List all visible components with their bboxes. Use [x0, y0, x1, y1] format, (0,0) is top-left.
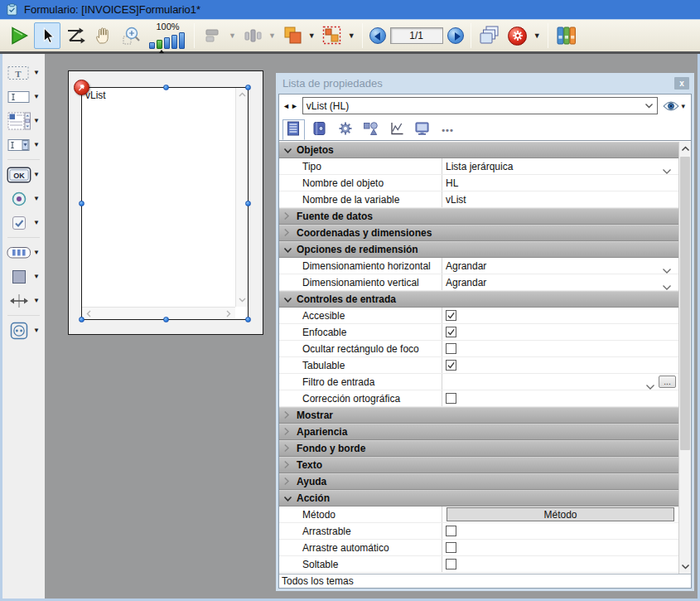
- scrollbar-thumb[interactable]: [680, 157, 690, 450]
- zoom-bars[interactable]: [149, 32, 186, 49]
- soltable-checkbox[interactable]: [446, 559, 456, 569]
- property-row-nombre-del-objeto[interactable]: Nombre del objetoHL: [279, 175, 678, 191]
- object-horizontal-scrollbar[interactable]: [82, 307, 235, 319]
- chevron-down-icon[interactable]: ▼: [33, 69, 40, 76]
- property-row-ocultar-rectangulo-de-foco[interactable]: Ocultar rectángulo de foco: [279, 341, 678, 357]
- arrastrable-checkbox[interactable]: [446, 526, 456, 536]
- chevron-down-icon[interactable]: [283, 143, 292, 158]
- accesible-checkbox[interactable]: [446, 310, 456, 321]
- combo-tool[interactable]: ▼: [2, 133, 45, 157]
- chevron-down-icon[interactable]: ▼: [33, 93, 40, 100]
- chevron-down-icon[interactable]: ▼: [33, 327, 40, 334]
- property-value-cell[interactable]: HL: [442, 175, 678, 191]
- zoom-bar-icon[interactable]: [149, 42, 155, 49]
- chevron-right-icon[interactable]: [283, 408, 292, 423]
- zoom-bar-icon[interactable]: [157, 40, 162, 49]
- pointer-tool-button[interactable]: [34, 22, 60, 49]
- chevron-right-icon[interactable]: [283, 209, 292, 224]
- selection-handle[interactable]: [245, 201, 251, 206]
- property-row-dimensionamiento-horizontal[interactable]: Dimensionamiento horizontalAgrandar: [279, 258, 678, 274]
- property-value-cell[interactable]: [442, 324, 678, 340]
- scroll-down-icon[interactable]: [681, 564, 690, 569]
- section-row-coordenadas-y-dimensiones[interactable]: Coordenadas y dimensiones: [279, 225, 678, 241]
- chevron-down-icon[interactable]: ▼: [308, 32, 316, 40]
- scroll-up-icon[interactable]: [681, 146, 690, 152]
- selection-handle[interactable]: [79, 317, 84, 322]
- entry-order-button[interactable]: [62, 22, 89, 49]
- property-value-cell[interactable]: [442, 556, 678, 572]
- hierarchical-list-object[interactable]: vList: [81, 87, 249, 320]
- next-page-button[interactable]: [447, 27, 464, 44]
- section-row-objetos[interactable]: Objetos: [279, 142, 678, 158]
- property-row-enfocable[interactable]: Enfocable: [279, 324, 678, 341]
- chevron-down-icon[interactable]: ▼: [268, 32, 276, 40]
- align-button[interactable]: [200, 22, 226, 49]
- chevron-down-icon[interactable]: ▼: [33, 141, 40, 148]
- property-value-cell[interactable]: Agrandar: [442, 258, 678, 274]
- ocultar-rectangulo-de-foco-checkbox[interactable]: [446, 343, 456, 354]
- zoom-bar-icon[interactable]: [171, 35, 177, 49]
- chevron-right-icon[interactable]: [283, 424, 292, 439]
- level-button[interactable]: [279, 22, 306, 49]
- correccion-ortografica-checkbox[interactable]: [446, 393, 456, 404]
- chevron-down-icon[interactable]: ▼: [33, 219, 40, 226]
- section-row-fondo-y-borde[interactable]: Fondo y borde: [279, 440, 678, 457]
- panel-scrollbar[interactable]: [678, 142, 691, 574]
- property-row-dimensionamiento-vertical[interactable]: Dimensionamiento verticalAgrandar: [279, 274, 678, 291]
- selection-handle[interactable]: [163, 85, 169, 90]
- rectangle-tool[interactable]: ▼: [2, 264, 45, 288]
- run-form-button[interactable]: [6, 22, 32, 49]
- arrastre-automatico-checkbox[interactable]: [446, 542, 456, 553]
- object-vertical-scrollbar[interactable]: [235, 88, 248, 307]
- selector-prev-next-icons[interactable]: ◄►: [282, 102, 299, 110]
- distribute-button[interactable]: [239, 22, 266, 49]
- chevron-down-icon[interactable]: [283, 242, 292, 257]
- selection-handle[interactable]: [163, 317, 169, 322]
- section-row-texto[interactable]: Texto: [279, 457, 678, 473]
- buttonbar-tool[interactable]: ▼: [2, 240, 45, 264]
- property-value-cell[interactable]: Lista jerárquica: [442, 158, 678, 174]
- tab-shapes[interactable]: [360, 119, 382, 140]
- property-row-accesible[interactable]: Accesible: [279, 308, 678, 324]
- metodo-button[interactable]: Método: [447, 507, 674, 521]
- property-row-metodo[interactable]: MétodoMétodo: [279, 506, 678, 523]
- chevron-right-icon[interactable]: [283, 458, 292, 473]
- chevron-down-icon[interactable]: ▼: [33, 117, 40, 124]
- zoom-level-control[interactable]: 100%: [149, 22, 186, 49]
- property-row-correccion-ortografica[interactable]: Corrección ortográfica: [279, 390, 678, 407]
- button-tool[interactable]: OK▼: [2, 162, 45, 187]
- chevron-down-icon[interactable]: ▼: [533, 32, 541, 40]
- zoom-bar-icon[interactable]: [164, 37, 170, 49]
- close-icon[interactable]: x: [674, 77, 689, 90]
- tab-chart[interactable]: [385, 119, 408, 140]
- chevron-down-icon[interactable]: ▼: [33, 273, 40, 280]
- form-actions-button[interactable]: [504, 22, 531, 49]
- list-tool[interactable]: ▼: [2, 109, 45, 133]
- section-row-ayuda[interactable]: Ayuda: [279, 473, 678, 490]
- chevron-down-icon[interactable]: ▼: [348, 32, 355, 40]
- section-row-opciones-de-redimension[interactable]: Opciones de redimensión: [279, 241, 678, 258]
- property-value-cell[interactable]: [442, 308, 678, 323]
- object-selector-combo[interactable]: vList (HL): [302, 97, 659, 114]
- tab-monitor[interactable]: [411, 119, 433, 140]
- tabulable-checkbox[interactable]: [446, 360, 456, 371]
- section-row-apariencia[interactable]: Apariencia: [279, 424, 678, 440]
- property-row-tipo[interactable]: TipoLista jerárquica: [279, 158, 678, 175]
- panel-header[interactable]: Lista de propiedades x: [276, 73, 694, 94]
- tab-props-list[interactable]: [282, 119, 305, 140]
- more-options-button[interactable]: ...: [659, 376, 676, 388]
- property-value-cell[interactable]: [442, 540, 678, 555]
- property-value-cell[interactable]: Agrandar: [442, 274, 678, 290]
- tab-gear[interactable]: [334, 119, 356, 140]
- zoom-bar-icon[interactable]: [179, 32, 185, 49]
- chevron-right-icon[interactable]: [283, 474, 292, 489]
- property-value-cell[interactable]: Método: [442, 506, 678, 522]
- section-row-fuente-de-datos[interactable]: Fuente de datos: [279, 208, 678, 225]
- property-row-nombre-de-la-variable[interactable]: Nombre de la variablevList: [279, 191, 678, 208]
- property-value-cell[interactable]: vList: [442, 191, 678, 207]
- move-tool-button[interactable]: [90, 22, 117, 49]
- chevron-down-icon[interactable]: ▼: [229, 32, 236, 40]
- property-value-cell[interactable]: [442, 341, 678, 356]
- property-value-cell[interactable]: [442, 390, 678, 406]
- enfocable-checkbox[interactable]: [446, 327, 456, 337]
